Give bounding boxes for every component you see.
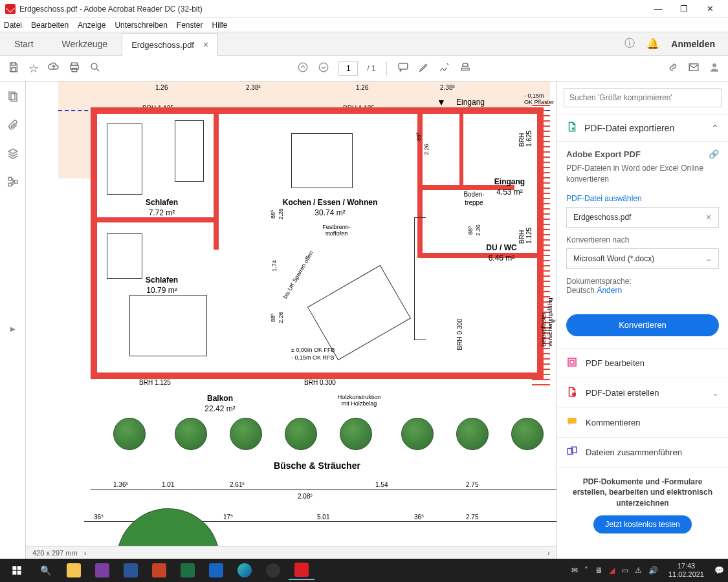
document-viewport[interactable]: 1.26 2.38⁵ 1.26 2.38⁵ BRH 1.125 BRH 1.12… [26, 81, 557, 559]
page-down-icon[interactable] [318, 61, 329, 76]
top-elev-label: - 0,15m OK Pflaster [524, 92, 554, 105]
person-icon[interactable] [709, 61, 720, 76]
tab-close-icon[interactable]: × [203, 39, 208, 50]
taskbar-onenote[interactable] [89, 561, 115, 580]
taskbar-search-icon[interactable]: 🔍 [32, 561, 58, 580]
tray-mail-icon[interactable]: ✉ [571, 566, 578, 575]
convert-button[interactable]: Konvertieren [566, 314, 719, 336]
save-icon[interactable] [8, 61, 19, 76]
taskbar-explorer[interactable] [61, 561, 87, 580]
taskbar-word[interactable] [118, 561, 144, 580]
layers-icon[interactable] [7, 147, 19, 162]
login-button[interactable]: Anmelden [671, 39, 715, 49]
convert-target-select[interactable]: Microsoft Word (*.docx) ⌄ [566, 248, 719, 269]
dim-226-4: 2.26 [423, 144, 430, 155]
tray-up-icon[interactable]: ˄ [584, 566, 588, 575]
promo-button[interactable]: Jetzt kostenlos testen [593, 515, 691, 534]
selected-file-box[interactable]: Erdgeschoss.pdf ✕ [566, 207, 719, 228]
taskbar-clock[interactable]: 17:43 11.02.2021 [665, 562, 708, 578]
promo-text: PDF-Dokumente und -Formulare erstellen, … [566, 477, 719, 509]
menu-sign[interactable]: Unterschreiben [115, 21, 167, 30]
tray-avira-icon[interactable]: ◢ [609, 566, 615, 575]
dim-top-1: 1.26 [155, 84, 168, 91]
tray-monitor-icon[interactable]: 🖥 [595, 566, 602, 575]
scroll-left-icon[interactable]: ‹ [84, 549, 87, 557]
close-window-button[interactable]: ✕ [697, 0, 723, 18]
svg-rect-26 [12, 571, 16, 575]
model-tree-icon[interactable] [7, 176, 19, 190]
convert-to-label: Konvertieren nach [566, 235, 719, 244]
tray-battery-icon[interactable]: ▭ [621, 566, 628, 575]
menu-help[interactable]: Hilfe [212, 21, 228, 30]
tool-create-pdf[interactable]: PDF-Datei erstellen ⌄ [557, 378, 728, 407]
taskbar-edge[interactable] [232, 561, 258, 580]
dim-88-3: 88⁵ [467, 226, 474, 235]
svg-rect-19 [570, 360, 574, 364]
link-share-icon[interactable] [667, 61, 679, 76]
taskbar-app1[interactable] [260, 561, 286, 580]
taskbar-acrobat[interactable] [289, 561, 314, 580]
menu-window[interactable]: Fenster [177, 21, 203, 30]
svg-rect-9 [399, 63, 408, 69]
taskbar-outlook[interactable] [203, 561, 229, 580]
window-titlebar: Erdgeschoss.pdf - Adobe Acrobat Reader D… [0, 0, 728, 18]
cloud-link-icon[interactable]: 🔗 [709, 149, 719, 159]
tray-wifi-icon[interactable]: ⚠ [635, 566, 642, 575]
export-section-title: PDF-Datei exportieren [584, 123, 674, 133]
pdf-page: 1.26 2.38⁵ 1.26 2.38⁵ BRH 1.125 BRH 1.12… [26, 81, 557, 559]
svg-rect-27 [17, 571, 21, 575]
menu-view[interactable]: Anzeige [78, 21, 105, 30]
print-icon[interactable] [69, 61, 80, 76]
svg-rect-18 [568, 358, 576, 366]
svg-rect-17 [14, 180, 17, 184]
bdim1-2: 1.01 [162, 481, 174, 488]
bell-icon[interactable]: 🔔 [646, 38, 659, 50]
minimize-button[interactable]: — [645, 0, 671, 18]
sidebar-toggle-icon[interactable]: ▶ [10, 325, 16, 332]
start-button[interactable] [4, 561, 30, 580]
search-input[interactable] [564, 88, 722, 107]
help-icon[interactable]: ⓘ [624, 37, 635, 50]
thumbnails-icon[interactable] [7, 91, 19, 105]
choose-file-label: PDF-Datei auswählen [566, 194, 719, 203]
page-number-input[interactable] [338, 61, 358, 76]
mail-icon[interactable] [688, 61, 700, 76]
export-section-header[interactable]: PDF-Datei exportieren ⌃ [557, 114, 728, 142]
tray-notifications-icon[interactable]: 💬 [714, 566, 724, 575]
taskbar-excel[interactable] [175, 561, 201, 580]
clock-date: 11.02.2021 [668, 570, 704, 579]
scroll-right-icon[interactable]: › [547, 549, 550, 557]
dim-top-4: 2.38⁵ [440, 84, 455, 91]
rightpanel-toggle-icon[interactable]: ▶ [551, 317, 557, 324]
dim-174: 1.74 [271, 260, 278, 272]
cloud-upload-icon[interactable] [48, 61, 60, 76]
chevron-down-icon: ⌄ [712, 388, 719, 398]
stamp-icon[interactable] [459, 61, 471, 76]
tool-combine[interactable]: Dateien zusammenführen [557, 437, 728, 467]
menu-edit[interactable]: Bearbeiten [31, 21, 69, 30]
tool-edit-pdf[interactable]: PDF bearbeiten [557, 348, 728, 378]
highlight-icon[interactable] [418, 61, 430, 76]
attachments-icon[interactable] [7, 119, 19, 133]
tab-tools[interactable]: Werkzeuge [48, 39, 122, 49]
dim-226-2: 2.26 [278, 312, 284, 323]
comment-icon[interactable] [397, 61, 409, 76]
bdim2-4: 5.01 [317, 513, 329, 521]
tool-comment[interactable]: Kommentieren [557, 407, 728, 437]
maximize-button[interactable]: ❐ [671, 0, 697, 18]
star-icon[interactable]: ☆ [28, 61, 39, 76]
page-up-icon[interactable] [297, 61, 309, 76]
bushes-label: Büsche & Sträucher [252, 460, 382, 471]
menu-file[interactable]: Datei [4, 21, 22, 30]
elev-ffb: ± 0,00m OK FFB [291, 347, 335, 353]
taskbar-powerpoint[interactable] [146, 561, 172, 580]
zoom-icon[interactable] [89, 61, 101, 76]
tab-document[interactable]: Erdgeschoss.pdf × [122, 33, 218, 56]
tray-sound-icon[interactable]: 🔊 [648, 566, 658, 575]
dim-226-1: 2.26 [278, 208, 284, 220]
tab-start[interactable]: Start [0, 39, 48, 49]
sign-icon[interactable] [439, 61, 450, 76]
tab-document-label: Erdgeschoss.pdf [131, 40, 194, 50]
clear-file-icon[interactable]: ✕ [705, 213, 712, 222]
doclang-change-link[interactable]: Ändern [597, 286, 622, 295]
